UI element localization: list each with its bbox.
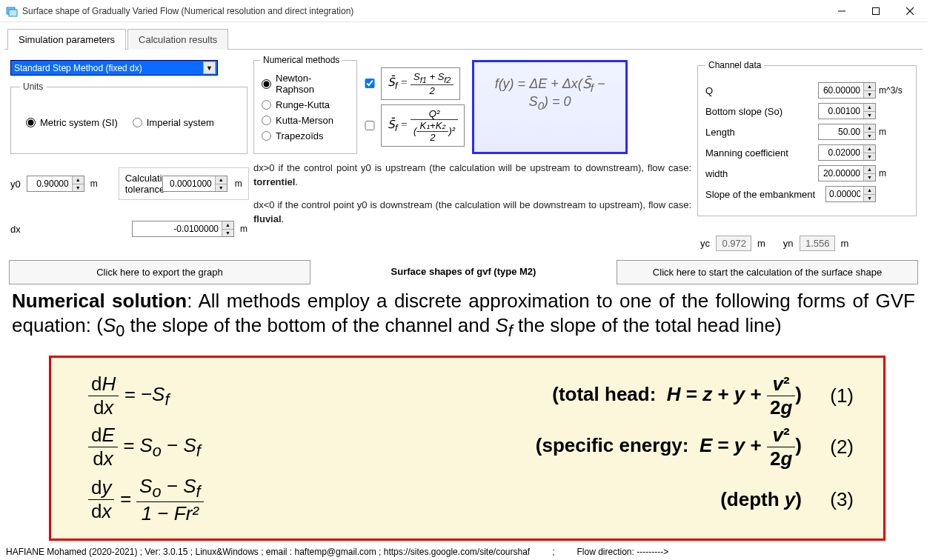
yn-label: yn	[783, 238, 794, 249]
window-title: Surface shape of Gradually Varied Flow (…	[22, 6, 825, 16]
radio-newton-raphson[interactable]: Newton-Raphson	[262, 73, 346, 95]
spinner-up-icon[interactable]: ▲	[73, 176, 84, 184]
embankment-input[interactable]: ▲▼	[825, 186, 876, 202]
yn-unit: m	[841, 238, 849, 249]
start-calculation-button[interactable]: Click here to start the calculation of t…	[617, 260, 918, 284]
tab-simulation-parameters[interactable]: Simulation parameters	[7, 29, 126, 50]
equation-sf-avg: S̄f = Sf1 + Sf22	[381, 67, 460, 100]
radio-trapezoids[interactable]: Trapezoïds	[262, 130, 346, 141]
close-button[interactable]	[893, 0, 927, 22]
Q-input[interactable]: ▲▼	[818, 82, 876, 99]
Length-input[interactable]: ▲▼	[818, 124, 876, 140]
status-bar: HAFIANE Mohamed (2020-2021) ; Ver: 3.0.1…	[0, 544, 927, 560]
Length-label: Length	[705, 127, 735, 138]
svg-rect-1	[9, 10, 17, 16]
radio-imperial[interactable]: Imperial system	[133, 117, 214, 128]
y0-value[interactable]	[27, 176, 72, 191]
embankment-label: Slope of the embankment	[705, 189, 815, 200]
status-flow-direction: Flow direction: --------->	[577, 547, 669, 557]
tab-calculation-results[interactable]: Calculation results	[127, 29, 228, 50]
help-text-dx-positive: dx>0 if the control point y0 is upstream…	[253, 161, 691, 190]
status-left: HAFIANE Mohamed (2020-2021) ; Ver: 3.0.1…	[6, 547, 530, 557]
units-group: Units Metric system (SI) Imperial system	[10, 81, 247, 154]
calc-tolerance-label: Calculation tolerance	[125, 173, 155, 195]
radio-imperial-label: Imperial system	[147, 117, 214, 128]
y0-label: y0	[10, 179, 21, 190]
spinner-down-icon[interactable]: ▼	[222, 230, 233, 237]
calc-tolerance-unit: m	[235, 179, 242, 189]
units-group-legend: Units	[20, 81, 46, 92]
radio-metric-input[interactable]	[26, 118, 36, 127]
yc-unit: m	[757, 238, 765, 249]
chevron-down-icon: ▼	[203, 61, 216, 74]
radio-runge-kutta[interactable]: Runge-Kutta	[262, 99, 346, 110]
surface-shapes-label: Surface shapes of gvf (type M2)	[313, 260, 614, 284]
spinner-up-icon[interactable]: ▲	[216, 176, 227, 184]
calc-tolerance-input[interactable]: ▲▼	[162, 176, 227, 192]
Q-label: Q	[705, 85, 713, 96]
radio-kutta-merson[interactable]: Kutta-Merson	[262, 115, 346, 126]
yc-value: 0.972	[716, 236, 751, 251]
numerical-solution-text: Numerical solution: All methods employ a…	[12, 289, 915, 541]
dx-unit: m	[240, 224, 247, 234]
So-label: Bottom slope (So)	[705, 106, 783, 117]
Manning-label: Manning coefficient	[705, 147, 788, 159]
eq2-checkbox[interactable]	[365, 121, 375, 130]
radio-imperial-input[interactable]	[133, 118, 142, 127]
numerical-methods-group: Numerical methods Newton-Raphson Runge-K…	[253, 60, 357, 154]
help-text-dx-negative: dx<0 if the control point y0 is downstre…	[253, 199, 691, 227]
yn-value: 1.556	[800, 236, 835, 251]
eq1-checkbox[interactable]	[365, 79, 375, 88]
dx-label: dx	[10, 224, 39, 235]
y0-unit: m	[90, 179, 98, 189]
width-input[interactable]: ▲▼	[818, 165, 876, 181]
fy-equation-box: f(y) = ΔE + Δx(S̄f − S0) = 0	[472, 60, 628, 154]
tab-content: Standard Step Method (fixed dx) ▼ Units …	[4, 49, 923, 541]
yc-label: yc	[700, 238, 710, 249]
channel-data-legend: Channel data	[705, 60, 764, 70]
app-icon	[6, 5, 18, 17]
spinner-up-icon[interactable]: ▲	[222, 221, 233, 230]
spinner-down-icon[interactable]: ▼	[216, 184, 227, 192]
method-select-value: Standard Step Method (fixed dx)	[14, 63, 142, 73]
y0-input[interactable]: ▲▼	[27, 176, 84, 192]
spinner-down-icon[interactable]: ▼	[73, 184, 84, 192]
radio-metric[interactable]: Metric system (SI)	[26, 117, 118, 128]
maximize-button[interactable]	[859, 0, 893, 22]
calc-tolerance-value[interactable]	[163, 176, 215, 191]
channel-data-group: Channel data Q ▲▼m^3/s Bottom slope (So)…	[697, 60, 917, 216]
dx-value[interactable]	[133, 221, 222, 236]
width-label: width	[705, 168, 728, 179]
method-select[interactable]: Standard Step Method (fixed dx) ▼	[10, 60, 218, 76]
equations-box: dHdx = −Sf (total head: H = z + y + v²2g…	[49, 356, 886, 541]
titlebar: Surface shape of Gradually Varied Flow (…	[0, 0, 927, 22]
dx-input[interactable]: ▲▼	[132, 221, 234, 237]
equation-sf-q: S̄f = Q²(K₁+K₂2)²	[381, 104, 465, 147]
fy-equation-text: f(y) = ΔE + Δx(S̄f − S0) = 0	[495, 76, 605, 109]
numerical-methods-legend: Numerical methods	[260, 55, 342, 65]
svg-rect-3	[873, 7, 880, 14]
radio-metric-label: Metric system (SI)	[40, 117, 118, 128]
Manning-input[interactable]: ▲▼	[818, 144, 876, 161]
tab-strip: Simulation parameters Calculation result…	[0, 27, 927, 49]
status-sep: ;	[552, 547, 554, 557]
So-input[interactable]: ▲▼	[818, 103, 876, 119]
minimize-button[interactable]	[825, 0, 859, 22]
export-graph-button[interactable]: Click here to export the graph	[9, 260, 310, 284]
